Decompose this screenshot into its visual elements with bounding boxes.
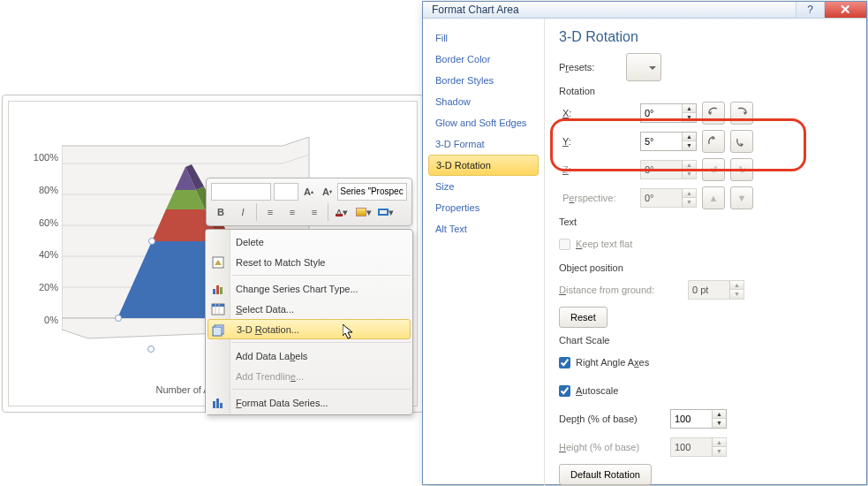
rot-y-down-button[interactable] (730, 130, 753, 153)
cat-size[interactable]: Size (423, 176, 544, 197)
rot-y-label: Y: (559, 136, 635, 147)
height-label: Height (% of base) (559, 442, 665, 452)
pane-title: 3-D Rotation (559, 29, 852, 45)
distance-spinner: ▲▼ (688, 280, 744, 300)
persp-down-button: ▼ (730, 186, 753, 209)
rot-z-input (641, 164, 682, 175)
rot-z-label: Z: (559, 164, 635, 175)
y-axis-labels: 100% 80% 60% 40% 20% 0% (23, 137, 58, 340)
align-left-button[interactable]: ≡ (260, 203, 280, 221)
cat-border-color[interactable]: Border Color (423, 49, 544, 70)
ytick: 40% (39, 250, 58, 260)
right-angle-axes-check[interactable]: Right Angle Axes (559, 357, 649, 368)
chart-type-icon (210, 281, 226, 297)
rot-z-spinner: ▲▼ (640, 160, 697, 179)
section-chart-scale: Chart Scale (559, 335, 852, 346)
height-spinner: ▲▼ (670, 437, 727, 457)
rot-x-left-button[interactable] (702, 102, 725, 125)
pane-3d-rotation: 3-D Rotation Presets: Rotation X: ▲▼ (545, 19, 866, 486)
rot-y-up-button[interactable] (702, 130, 725, 153)
svg-rect-29 (213, 327, 222, 336)
ytick: 80% (39, 185, 58, 194)
italic-button[interactable]: I (233, 203, 253, 221)
format-series-icon (210, 395, 226, 411)
font-name-combo[interactable] (211, 183, 271, 201)
rot-y-spinner[interactable]: ▲▼ (640, 132, 697, 151)
mini-format-toolbar[interactable]: A▴ A▾ Series "Prospec B I ≡ ≡ ≡ A▾ ▾ ▾ (206, 178, 412, 226)
ctx-change-series-type[interactable]: Change Series Chart Type... (206, 278, 412, 299)
section-object-pos: Object position (559, 262, 852, 273)
depth-label: Depth (% of base) (559, 414, 665, 424)
ytick: 0% (44, 315, 58, 325)
cat-glow[interactable]: Glow and Soft Edges (423, 112, 544, 133)
selection-handle[interactable] (148, 238, 155, 245)
distance-input (689, 285, 729, 295)
ctx-reset-match-style[interactable]: Reset to Match Style (206, 252, 412, 272)
shrink-font-button[interactable]: A▾ (319, 183, 335, 201)
help-button[interactable]: ? (796, 2, 824, 18)
align-center-button[interactable]: ≡ (283, 203, 302, 221)
default-rotation-button[interactable]: Default Rotation (559, 464, 652, 485)
ctx-add-data-labels[interactable]: Add Data Labels (206, 346, 412, 366)
rotation-icon (211, 322, 227, 338)
ctx-add-trendline: Add Trendline... (206, 366, 412, 386)
cat-shadow[interactable]: Shadow (423, 91, 544, 112)
autoscale-check[interactable]: Autoscale (559, 385, 618, 397)
ctx-delete[interactable]: Delete (206, 232, 412, 252)
rot-x-input[interactable] (641, 108, 682, 118)
perspective-input (641, 193, 682, 203)
cat-3d-format[interactable]: 3-D Format (423, 133, 544, 155)
reset-button[interactable]: Reset (559, 307, 608, 328)
ctx-3d-rotation[interactable]: 3-D Rotation... (208, 319, 411, 339)
cat-border-styles[interactable]: Border Styles (423, 70, 544, 91)
series-picker-combo[interactable]: Series "Prospec (337, 183, 407, 201)
svg-marker-30 (343, 324, 352, 338)
ctx-select-data[interactable]: Select Data... (206, 299, 412, 319)
cat-alt-text[interactable]: Alt Text (423, 218, 544, 239)
cat-3d-rotation[interactable]: 3-D Rotation (428, 155, 539, 176)
rot-z-cw-button: ↻ (730, 158, 753, 181)
presets-dropdown[interactable] (626, 53, 661, 81)
close-button[interactable]: ✕ (824, 2, 866, 18)
perspective-label: Perspective: (559, 193, 635, 203)
ytick: 100% (34, 153, 58, 163)
section-text: Text (559, 216, 852, 227)
rot-x-label: X: (559, 108, 635, 118)
cat-properties[interactable]: Properties (423, 197, 544, 218)
presets-label: Presets: (559, 62, 621, 72)
selection-handle[interactable] (115, 315, 122, 322)
cat-fill[interactable]: Fill (423, 27, 544, 49)
depth-spinner[interactable]: ▲▼ (670, 409, 727, 429)
height-input (671, 442, 712, 452)
select-data-icon (210, 301, 226, 317)
ctx-format-data-series[interactable]: Format Data Series... (206, 392, 412, 413)
ytick: 60% (39, 217, 58, 227)
rot-y-input[interactable] (641, 136, 682, 147)
font-color-button[interactable]: A▾ (332, 203, 351, 221)
perspective-spinner: ▲▼ (640, 188, 697, 208)
font-size-combo[interactable] (274, 183, 298, 201)
fill-color-button[interactable]: ▾ (354, 203, 374, 221)
category-list: Fill Border Color Border Styles Shadow G… (423, 19, 545, 486)
svg-rect-22 (216, 285, 219, 294)
bold-button[interactable]: B (211, 203, 230, 221)
selection-handle[interactable] (147, 346, 155, 353)
depth-input[interactable] (671, 414, 712, 424)
rot-z-ccw-button: ↺ (702, 158, 725, 181)
rot-x-spinner[interactable]: ▲▼ (640, 103, 697, 123)
reset-icon (210, 254, 226, 270)
rot-x-right-button[interactable] (730, 102, 753, 125)
keep-text-flat-check: Keep text flat (559, 239, 632, 250)
svg-rect-23 (220, 287, 223, 294)
persp-up-button: ▲ (702, 186, 725, 209)
cursor-icon (343, 324, 357, 340)
outline-color-button[interactable]: ▾ (376, 203, 396, 221)
align-right-button[interactable]: ≡ (305, 203, 324, 221)
svg-rect-31 (213, 401, 215, 408)
grow-font-button[interactable]: A▴ (301, 183, 317, 201)
svg-rect-25 (212, 304, 224, 307)
context-menu: Delete Reset to Match Style Change Serie… (205, 229, 413, 415)
section-rotation: Rotation (559, 86, 852, 96)
dialog-titlebar[interactable]: Format Chart Area ? ✕ (423, 2, 866, 19)
svg-rect-32 (216, 399, 219, 408)
